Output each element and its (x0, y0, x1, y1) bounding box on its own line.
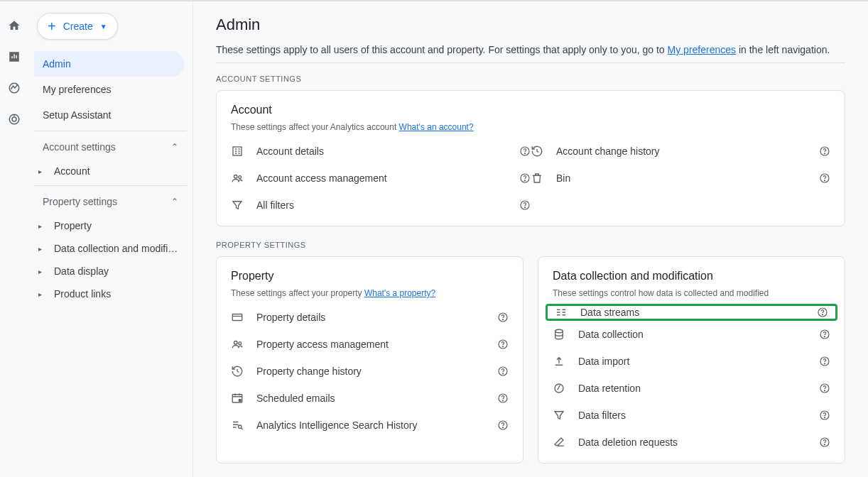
svg-point-34 (555, 329, 563, 333)
svg-point-43 (824, 417, 825, 418)
nav-data-display[interactable]: ▸Data display (34, 260, 187, 283)
home-icon[interactable] (7, 18, 21, 33)
svg-point-9 (239, 176, 242, 179)
help-icon[interactable] (497, 420, 509, 431)
main-content: Admin These settings apply to all users … (193, 1, 868, 477)
property-settings-header[interactable]: Property settings ⌃ (34, 189, 187, 214)
svg-point-36 (824, 336, 825, 337)
svg-point-31 (502, 427, 503, 428)
help-icon[interactable] (819, 410, 830, 421)
svg-point-11 (524, 180, 525, 181)
settings-item-data-streams[interactable]: Data streams (546, 304, 837, 321)
explore-icon[interactable] (7, 81, 21, 95)
account-card-title: Account (231, 104, 830, 116)
help-icon[interactable] (819, 146, 830, 157)
help-icon[interactable] (519, 146, 531, 157)
people-icon (231, 172, 256, 185)
page-title: Admin (216, 16, 845, 34)
help-icon[interactable] (819, 437, 830, 448)
svg-point-33 (822, 314, 823, 315)
divider (34, 131, 187, 131)
whats-an-account-link[interactable]: What's an account? (399, 122, 474, 132)
settings-item-analytics-intelligence-search-history[interactable]: Analytics Intelligence Search History (231, 412, 509, 439)
svg-point-20 (239, 342, 242, 345)
nav-data-collection[interactable]: ▸Data collection and modifica... (34, 237, 187, 260)
settings-item-scheduled-emails[interactable]: Scheduled emails (231, 385, 509, 412)
my-preferences-link[interactable]: My preferences (668, 44, 736, 55)
nav-property[interactable]: ▸Property (34, 214, 187, 237)
settings-item-property-details[interactable]: Property details (231, 304, 509, 331)
card-icon (231, 311, 256, 324)
help-icon[interactable] (497, 366, 509, 377)
svg-point-5 (524, 153, 525, 154)
settings-item-label: Data streams (580, 307, 817, 318)
help-icon[interactable] (819, 172, 830, 184)
nav-setup-assistant[interactable]: Setup Assistant (34, 102, 184, 128)
svg-point-38 (824, 363, 825, 364)
page-subtitle: These settings apply to all users of thi… (216, 44, 845, 55)
svg-point-28 (502, 400, 503, 401)
trash-icon (531, 172, 556, 185)
reports-icon[interactable] (7, 50, 21, 64)
settings-item-property-change-history[interactable]: Property change history (231, 358, 509, 385)
account-card-desc: These settings affect your Analytics acc… (231, 122, 830, 132)
svg-point-24 (502, 373, 503, 374)
svg-point-2 (12, 117, 16, 121)
settings-item-label: Property access management (256, 339, 497, 350)
settings-item-data-collection[interactable]: Data collection (553, 321, 830, 348)
retention-icon (553, 382, 578, 395)
create-button[interactable]: + Create ▼ (37, 13, 118, 40)
data-card-desc: These settings control how data is colle… (553, 288, 830, 298)
chevron-up-icon: ⌃ (171, 197, 178, 207)
nav-account[interactable]: ▸Account (34, 160, 187, 182)
settings-item-label: Data deletion requests (578, 437, 819, 448)
whats-a-property-link[interactable]: What's a property? (364, 288, 435, 298)
svg-point-39 (555, 384, 563, 393)
plus-icon: + (48, 19, 56, 33)
help-icon[interactable] (497, 393, 509, 404)
help-icon[interactable] (497, 312, 509, 323)
settings-item-label: All filters (256, 199, 519, 211)
advertising-icon[interactable] (7, 112, 21, 126)
help-icon[interactable] (519, 172, 531, 184)
create-label: Create (63, 21, 93, 32)
divider (216, 62, 845, 63)
triangle-right-icon: ▸ (38, 268, 47, 275)
help-icon[interactable] (497, 339, 509, 350)
svg-point-41 (824, 390, 825, 391)
settings-item-bin[interactable]: Bin (531, 165, 830, 192)
nav-admin[interactable]: Admin (34, 51, 184, 77)
settings-item-label: Scheduled emails (256, 393, 497, 404)
nav-product-links[interactable]: ▸Product links (34, 283, 187, 305)
settings-item-data-deletion-requests[interactable]: Data deletion requests (553, 429, 830, 456)
settings-item-label: Data filters (578, 410, 819, 421)
help-icon[interactable] (817, 307, 828, 318)
data-card-title: Data collection and modification (553, 270, 830, 283)
settings-item-data-retention[interactable]: Data retention (553, 375, 830, 402)
eraser-icon (553, 436, 578, 449)
help-icon[interactable] (819, 356, 830, 367)
nav-my-preferences[interactable]: My preferences (34, 77, 184, 102)
history-icon (231, 365, 256, 378)
account-settings-header[interactable]: Account settings ⌃ (34, 134, 187, 160)
settings-item-label: Data collection (578, 329, 819, 340)
svg-point-45 (824, 444, 825, 445)
settings-item-account-change-history[interactable]: Account change history (531, 138, 830, 165)
settings-item-data-import[interactable]: Data import (553, 348, 830, 375)
settings-item-all-filters[interactable]: All filters (231, 192, 531, 219)
settings-item-account-access-management[interactable]: Account access management (231, 165, 531, 192)
settings-item-label: Property details (256, 312, 497, 323)
settings-item-data-filters[interactable]: Data filters (553, 402, 830, 429)
property-card-desc: These settings affect your property What… (231, 288, 509, 298)
settings-item-label: Property change history (256, 366, 497, 377)
svg-point-22 (502, 346, 503, 347)
corporate-icon (231, 145, 256, 158)
settings-item-label: Account change history (556, 146, 819, 157)
help-icon[interactable] (819, 329, 830, 340)
data-collection-card: Data collection and modification These s… (538, 256, 845, 464)
help-icon[interactable] (819, 383, 830, 394)
settings-item-account-details[interactable]: Account details (231, 138, 531, 165)
settings-item-property-access-management[interactable]: Property access management (231, 331, 509, 358)
property-card: Property These settings affect your prop… (216, 256, 523, 464)
help-icon[interactable] (519, 199, 531, 211)
